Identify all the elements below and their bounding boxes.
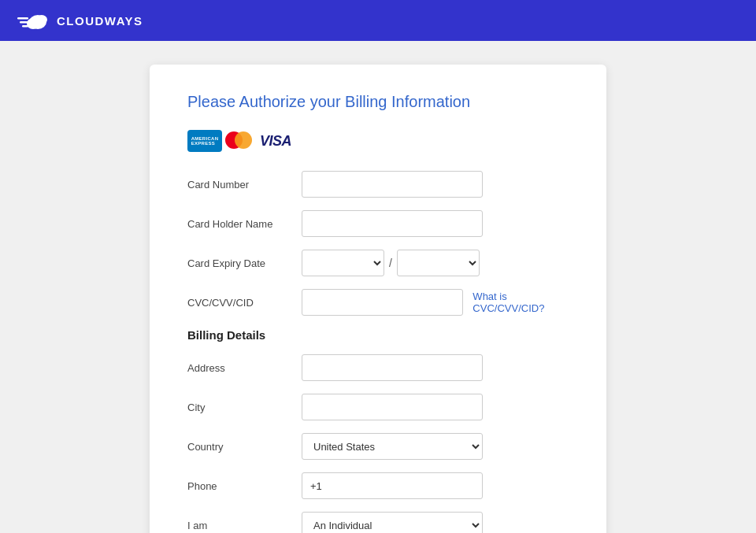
billing-card: Please Authorize your Billing Informatio…: [150, 65, 606, 533]
address-group: Address: [187, 354, 569, 381]
i-am-group: I am An Individual A Company: [187, 512, 569, 533]
address-input[interactable]: [302, 354, 483, 381]
page-title: Please Authorize your Billing Informatio…: [187, 93, 569, 111]
expiry-row: 01 02 03 04 05 06 07 08 09 10 11 12 / 20…: [302, 250, 480, 276]
card-number-input[interactable]: [302, 171, 483, 198]
address-label: Address: [187, 362, 302, 374]
svg-rect-5: [22, 25, 28, 28]
cvc-row: What is CVC/CVV/CID?: [302, 289, 569, 316]
cvc-help-link[interactable]: What is CVC/CVV/CID?: [472, 291, 569, 314]
logo-text: CLOUDWAYS: [57, 14, 143, 28]
phone-label: Phone: [187, 480, 302, 492]
expiry-label: Card Expiry Date: [187, 257, 302, 269]
expiry-group: Card Expiry Date 01 02 03 04 05 06 07 08…: [187, 250, 569, 276]
cvc-group: CVC/CVV/CID What is CVC/CVV/CID?: [187, 289, 569, 316]
page-wrapper: Please Authorize your Billing Informatio…: [0, 41, 756, 533]
expiry-separator: /: [389, 257, 392, 269]
country-label: Country: [187, 441, 302, 453]
city-input[interactable]: [302, 394, 483, 420]
phone-input[interactable]: [302, 472, 483, 499]
cvc-label: CVC/CVV/CID: [187, 297, 302, 309]
expiry-month-select[interactable]: 01 02 03 04 05 06 07 08 09 10 11 12: [302, 250, 384, 276]
card-brands: AMERICANEXPRESS VISA: [187, 130, 569, 152]
card-holder-label: Card Holder Name: [187, 218, 302, 230]
i-am-select[interactable]: An Individual A Company: [302, 512, 483, 533]
cvc-input[interactable]: [302, 289, 463, 316]
card-holder-input[interactable]: [302, 210, 483, 237]
country-group: Country United States United Kingdom Can…: [187, 433, 569, 460]
logo: CLOUDWAYS: [16, 9, 143, 32]
visa-icon: VISA: [260, 133, 291, 150]
city-label: City: [187, 402, 302, 413]
cloudways-logo-icon: [16, 9, 49, 32]
svg-point-2: [36, 15, 47, 24]
svg-rect-3: [17, 17, 28, 20]
card-holder-group: Card Holder Name: [187, 210, 569, 237]
amex-icon: AMERICANEXPRESS: [187, 130, 222, 152]
city-group: City: [187, 394, 569, 420]
expiry-year-select[interactable]: 2024 2025 2026 2027 2028 2029 2030 2031 …: [397, 250, 480, 276]
i-am-label: I am: [187, 520, 302, 531]
phone-group: Phone: [187, 472, 569, 499]
card-number-label: Card Number: [187, 179, 302, 191]
card-number-group: Card Number: [187, 171, 569, 198]
app-header: CLOUDWAYS: [0, 0, 756, 41]
mastercard-icon: [225, 131, 255, 151]
svg-rect-4: [20, 21, 28, 24]
billing-section-title: Billing Details: [187, 328, 569, 342]
country-select[interactable]: United States United Kingdom Canada Aust…: [302, 433, 483, 460]
